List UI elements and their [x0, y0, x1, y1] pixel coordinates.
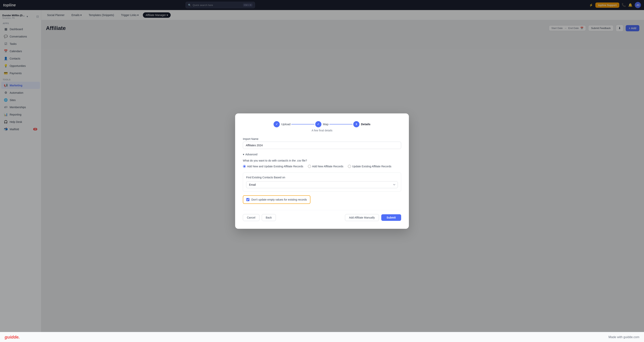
step-map: ✓ Map: [315, 121, 328, 127]
import-name-label: Import Name: [243, 137, 401, 140]
step-upload-circle: ✓: [274, 121, 280, 127]
guidde-logo: guidde.: [5, 335, 20, 340]
submit-button[interactable]: Submit: [381, 214, 401, 221]
add-affiliate-manually-button[interactable]: Add Affiliate Manually: [345, 214, 379, 221]
stepper-subtitle: A few final details: [243, 129, 401, 132]
radio-add-new-label: Add New Affiliate Records: [312, 165, 344, 168]
radio-add-new-input[interactable]: [308, 165, 311, 168]
step-upload: ✓ Upload: [274, 121, 290, 127]
advanced-toggle[interactable]: ▾ Advanced: [243, 153, 401, 156]
bottom-bar: guidde. Made with guidde.com: [0, 332, 644, 342]
step-map-circle: ✓: [315, 121, 322, 127]
dont-update-empty-checkbox[interactable]: [246, 198, 250, 201]
cancel-button[interactable]: Cancel: [243, 214, 260, 221]
radio-group: Add New and Update Existing Affiliate Re…: [243, 165, 401, 168]
import-modal: ✓ Upload ✓ Map 3 Details A few final det…: [235, 113, 409, 229]
advanced-label: Advanced: [245, 153, 257, 156]
csv-question: What do you want to do with contact/s in…: [243, 159, 401, 162]
radio-update-existing-label: Update Existing Affiliate Records: [352, 165, 391, 168]
dont-update-empty-checkbox-container[interactable]: Don't update empty values for existing r…: [243, 195, 310, 204]
guidde-tagline: Made with guidde.com: [608, 335, 639, 339]
dont-update-empty-label: Don't update empty values for existing r…: [251, 198, 307, 201]
radio-update-existing-input[interactable]: [348, 165, 351, 168]
find-contacts-select[interactable]: Email Phone ID: [246, 181, 398, 188]
radio-add-new[interactable]: Add New Affiliate Records: [308, 165, 344, 168]
modal-overlay: ✓ Upload ✓ Map 3 Details A few final det…: [0, 0, 644, 342]
radio-add-update[interactable]: Add New and Update Existing Affiliate Re…: [243, 165, 303, 168]
chevron-down-icon: ▾: [243, 153, 244, 156]
radio-add-update-input[interactable]: [243, 165, 246, 168]
step-details-circle: 3: [353, 121, 360, 127]
modal-footer: Cancel Back Add Affiliate Manually Submi…: [243, 210, 401, 221]
find-contacts-label: Find Existing Contacts Based on: [246, 176, 398, 179]
step-map-label: Map: [323, 123, 328, 126]
step-details: 3 Details: [353, 121, 370, 127]
radio-update-existing[interactable]: Update Existing Affiliate Records: [348, 165, 391, 168]
stepper: ✓ Upload ✓ Map 3 Details: [243, 121, 401, 127]
back-button[interactable]: Back: [262, 214, 276, 221]
step-details-label: Details: [361, 123, 370, 126]
stepper-line-1: [291, 124, 314, 124]
stepper-line-2: [329, 124, 352, 124]
find-contacts-box: Find Existing Contacts Based on Email Ph…: [243, 173, 401, 191]
radio-add-update-label: Add New and Update Existing Affiliate Re…: [247, 165, 303, 168]
import-name-input[interactable]: [243, 142, 401, 149]
step-upload-label: Upload: [281, 123, 290, 126]
